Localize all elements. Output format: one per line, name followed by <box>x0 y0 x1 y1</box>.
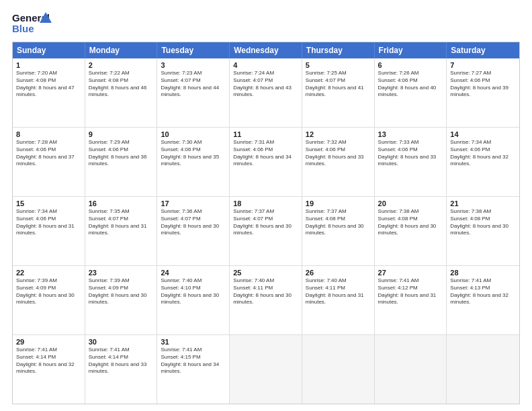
calendar-cell: 11Sunrise: 7:31 AMSunset: 4:06 PMDayligh… <box>230 128 302 196</box>
calendar-cell: 8Sunrise: 7:28 AMSunset: 4:06 PMDaylight… <box>13 128 85 196</box>
day-number: 5 <box>306 61 371 69</box>
cell-info: Sunrise: 7:41 AMSunset: 4:14 PMDaylight:… <box>16 347 81 375</box>
day-number: 2 <box>89 61 154 69</box>
cell-info: Sunrise: 7:30 AMSunset: 4:06 PMDaylight:… <box>161 139 226 168</box>
calendar-cell: 6Sunrise: 7:26 AMSunset: 4:06 PMDaylight… <box>375 58 447 127</box>
day-number: 26 <box>306 269 371 277</box>
day-number: 24 <box>161 269 226 277</box>
cell-info: Sunrise: 7:32 AMSunset: 4:06 PMDaylight:… <box>306 139 371 168</box>
cell-info: Sunrise: 7:22 AMSunset: 4:08 PMDaylight:… <box>89 70 154 99</box>
calendar-week: 15Sunrise: 7:34 AMSunset: 4:06 PMDayligh… <box>13 196 519 265</box>
calendar-cell: 2Sunrise: 7:22 AMSunset: 4:08 PMDaylight… <box>85 58 158 127</box>
calendar-cell <box>302 335 375 404</box>
cell-info: Sunrise: 7:38 AMSunset: 4:08 PMDaylight:… <box>450 208 516 237</box>
calendar-cell: 25Sunrise: 7:40 AMSunset: 4:11 PMDayligh… <box>230 266 302 334</box>
cell-info: Sunrise: 7:24 AMSunset: 4:07 PMDaylight:… <box>233 70 298 99</box>
logo: GeneralBlue <box>12 11 52 35</box>
calendar-week: 22Sunrise: 7:39 AMSunset: 4:09 PMDayligh… <box>13 265 519 334</box>
day-number: 14 <box>450 130 516 138</box>
day-number: 15 <box>16 199 81 208</box>
cell-info: Sunrise: 7:37 AMSunset: 4:07 PMDaylight:… <box>233 208 298 237</box>
day-number: 6 <box>378 61 443 69</box>
day-number: 8 <box>16 130 81 138</box>
calendar-cell: 12Sunrise: 7:32 AMSunset: 4:06 PMDayligh… <box>302 128 375 196</box>
calendar-body: 1Sunrise: 7:20 AMSunset: 4:08 PMDaylight… <box>13 58 519 404</box>
cell-info: Sunrise: 7:41 AMSunset: 4:14 PMDaylight:… <box>89 347 154 375</box>
calendar-day-header: Tuesday <box>157 42 230 58</box>
calendar-cell: 10Sunrise: 7:30 AMSunset: 4:06 PMDayligh… <box>157 128 230 196</box>
calendar-day-header: Friday <box>375 42 447 58</box>
calendar-cell: 4Sunrise: 7:24 AMSunset: 4:07 PMDaylight… <box>230 58 302 127</box>
cell-info: Sunrise: 7:37 AMSunset: 4:08 PMDaylight:… <box>306 208 371 237</box>
cell-info: Sunrise: 7:40 AMSunset: 4:10 PMDaylight:… <box>161 277 226 306</box>
cell-info: Sunrise: 7:27 AMSunset: 4:06 PMDaylight:… <box>450 70 516 99</box>
cell-info: Sunrise: 7:34 AMSunset: 4:06 PMDaylight:… <box>450 139 516 168</box>
cell-info: Sunrise: 7:39 AMSunset: 4:09 PMDaylight:… <box>16 277 81 306</box>
cell-info: Sunrise: 7:41 AMSunset: 4:15 PMDaylight:… <box>161 347 226 375</box>
calendar-cell: 27Sunrise: 7:41 AMSunset: 4:12 PMDayligh… <box>375 266 447 334</box>
calendar-cell: 22Sunrise: 7:39 AMSunset: 4:09 PMDayligh… <box>13 266 85 334</box>
calendar-cell: 9Sunrise: 7:29 AMSunset: 4:06 PMDaylight… <box>85 128 158 196</box>
cell-info: Sunrise: 7:41 AMSunset: 4:13 PMDaylight:… <box>450 277 516 306</box>
calendar-header: SundayMondayTuesdayWednesdayThursdayFrid… <box>13 42 519 58</box>
calendar-cell: 18Sunrise: 7:37 AMSunset: 4:07 PMDayligh… <box>230 197 302 265</box>
calendar-week: 29Sunrise: 7:41 AMSunset: 4:14 PMDayligh… <box>13 334 519 404</box>
calendar-cell: 26Sunrise: 7:40 AMSunset: 4:11 PMDayligh… <box>302 266 375 334</box>
day-number: 29 <box>16 338 81 346</box>
calendar-cell: 17Sunrise: 7:36 AMSunset: 4:07 PMDayligh… <box>157 197 230 265</box>
page-header: GeneralBlue <box>12 11 520 35</box>
calendar-cell: 5Sunrise: 7:25 AMSunset: 4:07 PMDaylight… <box>302 58 375 127</box>
day-number: 27 <box>378 269 443 277</box>
cell-info: Sunrise: 7:26 AMSunset: 4:06 PMDaylight:… <box>378 70 443 99</box>
calendar-cell: 19Sunrise: 7:37 AMSunset: 4:08 PMDayligh… <box>302 197 375 265</box>
cell-info: Sunrise: 7:40 AMSunset: 4:11 PMDaylight:… <box>233 277 298 306</box>
cell-info: Sunrise: 7:35 AMSunset: 4:07 PMDaylight:… <box>89 208 154 237</box>
calendar-cell <box>230 335 302 404</box>
calendar-cell: 24Sunrise: 7:40 AMSunset: 4:10 PMDayligh… <box>157 266 230 334</box>
calendar: SundayMondayTuesdayWednesdayThursdayFrid… <box>12 42 520 404</box>
day-number: 7 <box>450 61 516 69</box>
calendar-cell: 16Sunrise: 7:35 AMSunset: 4:07 PMDayligh… <box>85 197 158 265</box>
day-number: 1 <box>16 61 81 69</box>
calendar-day-header: Sunday <box>13 42 85 58</box>
calendar-cell: 15Sunrise: 7:34 AMSunset: 4:06 PMDayligh… <box>13 197 85 265</box>
logo-svg: GeneralBlue <box>12 11 52 35</box>
calendar-day-header: Monday <box>85 42 158 58</box>
day-number: 22 <box>16 269 81 277</box>
calendar-day-header: Thursday <box>302 42 375 58</box>
calendar-cell: 30Sunrise: 7:41 AMSunset: 4:14 PMDayligh… <box>85 335 158 404</box>
calendar-cell: 28Sunrise: 7:41 AMSunset: 4:13 PMDayligh… <box>447 266 519 334</box>
cell-info: Sunrise: 7:33 AMSunset: 4:06 PMDaylight:… <box>378 139 443 168</box>
cell-info: Sunrise: 7:20 AMSunset: 4:08 PMDaylight:… <box>16 70 81 99</box>
day-number: 11 <box>233 130 298 138</box>
calendar-cell: 29Sunrise: 7:41 AMSunset: 4:14 PMDayligh… <box>13 335 85 404</box>
day-number: 3 <box>161 61 226 69</box>
day-number: 17 <box>161 199 226 208</box>
day-number: 31 <box>161 338 226 346</box>
calendar-cell: 13Sunrise: 7:33 AMSunset: 4:06 PMDayligh… <box>375 128 447 196</box>
calendar-week: 1Sunrise: 7:20 AMSunset: 4:08 PMDaylight… <box>13 58 519 127</box>
cell-info: Sunrise: 7:34 AMSunset: 4:06 PMDaylight:… <box>16 208 81 237</box>
cell-info: Sunrise: 7:28 AMSunset: 4:06 PMDaylight:… <box>16 139 81 168</box>
calendar-cell: 7Sunrise: 7:27 AMSunset: 4:06 PMDaylight… <box>447 58 519 127</box>
day-number: 30 <box>89 338 154 346</box>
cell-info: Sunrise: 7:38 AMSunset: 4:08 PMDaylight:… <box>378 208 443 237</box>
cell-info: Sunrise: 7:36 AMSunset: 4:07 PMDaylight:… <box>161 208 226 237</box>
day-number: 19 <box>306 199 371 208</box>
cell-info: Sunrise: 7:40 AMSunset: 4:11 PMDaylight:… <box>306 277 371 306</box>
calendar-cell: 31Sunrise: 7:41 AMSunset: 4:15 PMDayligh… <box>157 335 230 404</box>
day-number: 25 <box>233 269 298 277</box>
cell-info: Sunrise: 7:41 AMSunset: 4:12 PMDaylight:… <box>378 277 443 306</box>
calendar-day-header: Wednesday <box>230 42 302 58</box>
calendar-cell: 21Sunrise: 7:38 AMSunset: 4:08 PMDayligh… <box>447 197 519 265</box>
cell-info: Sunrise: 7:31 AMSunset: 4:06 PMDaylight:… <box>233 139 298 168</box>
day-number: 12 <box>306 130 371 138</box>
calendar-cell <box>375 335 447 404</box>
calendar-cell <box>447 335 519 404</box>
calendar-cell: 20Sunrise: 7:38 AMSunset: 4:08 PMDayligh… <box>375 197 447 265</box>
calendar-cell: 23Sunrise: 7:39 AMSunset: 4:09 PMDayligh… <box>85 266 158 334</box>
day-number: 21 <box>450 199 516 208</box>
svg-text:Blue: Blue <box>12 23 34 34</box>
cell-info: Sunrise: 7:25 AMSunset: 4:07 PMDaylight:… <box>306 70 371 99</box>
day-number: 4 <box>233 61 298 69</box>
